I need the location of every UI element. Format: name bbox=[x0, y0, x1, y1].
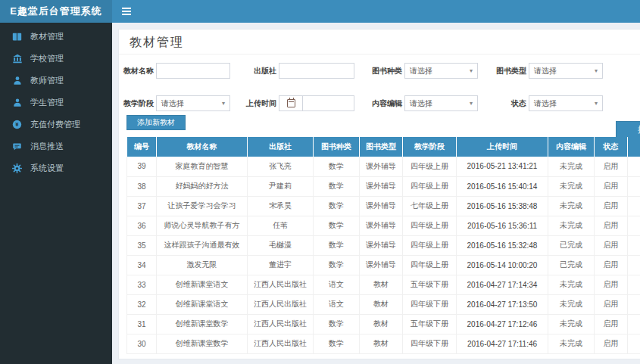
content-edit-select[interactable]: 请选择 ▾ bbox=[404, 95, 478, 111]
cell: 数学 bbox=[314, 334, 360, 353]
cell: 课外辅导 bbox=[360, 157, 403, 176]
cell: 教材 bbox=[360, 314, 403, 334]
table-row: 30创维新课堂数学江西人民出版社数学教材四年级下册2016-04-27 17:1… bbox=[127, 334, 640, 353]
cell: 七年级上册 bbox=[403, 196, 457, 216]
sidebar-item-label: 教材管理 bbox=[30, 31, 64, 42]
filter-book-category: 图书种类 请选择 ▾ bbox=[372, 63, 478, 79]
cell-actions bbox=[628, 334, 640, 353]
cell: 数学 bbox=[314, 157, 360, 176]
sidebar-item-label: 系统设置 bbox=[30, 163, 64, 174]
status-select[interactable]: 请选择 ▾ bbox=[529, 95, 603, 111]
select-value: 请选择 bbox=[534, 98, 557, 109]
filter-upload-time: 上传时间 bbox=[246, 95, 354, 111]
filter-label: 出版社 bbox=[246, 66, 276, 76]
sidebar-item-students[interactable]: 学生管理 bbox=[0, 92, 112, 114]
add-textbook-button[interactable]: 添加新教材 bbox=[126, 115, 186, 130]
textbook-table: 编号教材名称出版社图书种类图书类型教学阶段上传时间内容编辑状态39家庭教育的智慧… bbox=[126, 137, 640, 354]
table-row: 37让孩子爱学习会学习宋承昊数学课外辅导七年级上册2016-05-16 15:3… bbox=[127, 196, 640, 216]
search-button[interactable]: 搜索 bbox=[616, 121, 640, 138]
table-row: 36师说心灵导航教子有方任苇数学课外辅导四年级上册2016-05-16 15:3… bbox=[127, 216, 640, 235]
cell: 语文 bbox=[314, 294, 360, 314]
cell: 江西人民出版社 bbox=[248, 334, 314, 353]
cell-actions bbox=[628, 294, 640, 314]
cell: 2016-04-27 17:11:46 bbox=[457, 334, 548, 353]
cell: 启用 bbox=[595, 196, 628, 216]
cell: 四年级上册 bbox=[403, 176, 457, 196]
publisher-input[interactable] bbox=[279, 63, 354, 79]
cell: 2016-05-16 15:32:48 bbox=[457, 235, 548, 255]
sidebar-toggle-button[interactable] bbox=[112, 0, 141, 23]
cell: 课外辅导 bbox=[360, 255, 403, 275]
cell: 课外辅导 bbox=[360, 216, 403, 235]
cell: 师说心灵导航教子有方 bbox=[157, 216, 248, 235]
cell: 34 bbox=[127, 255, 157, 275]
cell: 39 bbox=[127, 157, 157, 176]
column-header: 内容编辑 bbox=[548, 137, 595, 157]
filter-teaching-stage: 教学阶段 请选择 ▾ bbox=[123, 95, 230, 111]
cell: 未完成 bbox=[548, 275, 595, 294]
sidebar-nav: 教材管理学校管理教师管理学生管理¥充值付费管理消息推送系统设置 bbox=[0, 23, 112, 364]
table-row: 32创维新课堂语文江西人民出版社语文教材四年级下册2016-04-27 17:1… bbox=[127, 294, 640, 314]
sidebar-item-teachers[interactable]: 教师管理 bbox=[0, 70, 112, 92]
book-category-select[interactable]: 请选择 ▾ bbox=[404, 63, 478, 79]
teacher-icon bbox=[11, 75, 23, 86]
sidebar-item-schools[interactable]: 学校管理 bbox=[0, 48, 112, 70]
cell: 尹建莉 bbox=[248, 176, 314, 196]
cell: 四年级下册 bbox=[403, 334, 457, 353]
cell: 课外辅导 bbox=[360, 196, 403, 216]
cell: 30 bbox=[127, 334, 157, 353]
cell: 38 bbox=[127, 176, 157, 196]
cell: 毛樾漫 bbox=[248, 235, 314, 255]
table-row: 35这样跟孩子沟通最有效毛樾漫数学课外辅导四年级上册2016-05-16 15:… bbox=[127, 235, 640, 255]
cell: 江西人民出版社 bbox=[248, 314, 314, 334]
cell: 32 bbox=[127, 294, 157, 314]
textbook-name-input[interactable] bbox=[156, 63, 230, 79]
filter-label: 上传时间 bbox=[246, 98, 276, 109]
select-value: 请选择 bbox=[534, 66, 557, 76]
cell: 启用 bbox=[595, 294, 628, 314]
column-header: 图书种类 bbox=[314, 137, 360, 157]
cell: 数学 bbox=[314, 176, 360, 196]
cell: 启用 bbox=[595, 334, 628, 353]
sidebar-item-payments[interactable]: ¥充值付费管理 bbox=[0, 114, 112, 135]
column-header: 教材名称 bbox=[157, 137, 248, 157]
sidebar-item-settings[interactable]: 系统设置 bbox=[0, 157, 112, 179]
filter-label: 图书类型 bbox=[496, 66, 526, 76]
chevron-down-icon: ▾ bbox=[470, 100, 473, 107]
cell: 33 bbox=[127, 275, 157, 294]
cell: 2016-04-27 17:14:34 bbox=[457, 275, 548, 294]
app-logo[interactable]: E趣堂后台管理系统 bbox=[0, 0, 112, 23]
filter-label: 教材名称 bbox=[123, 66, 154, 76]
filter-label: 状态 bbox=[496, 98, 526, 109]
book-type-select[interactable]: 请选择 ▾ bbox=[529, 63, 603, 79]
teaching-stage-select[interactable]: 请选择 ▾ bbox=[156, 95, 230, 111]
student-icon bbox=[11, 97, 23, 108]
sidebar-item-messages[interactable]: 消息推送 bbox=[0, 135, 112, 157]
cell-actions bbox=[628, 255, 640, 275]
column-header bbox=[628, 137, 640, 157]
cell: 36 bbox=[127, 216, 157, 235]
cell: 任苇 bbox=[248, 216, 314, 235]
cell: 未完成 bbox=[548, 157, 595, 176]
cell: 启用 bbox=[595, 216, 628, 235]
filter-status: 状态 请选择 ▾ bbox=[496, 95, 603, 111]
upload-date-input[interactable] bbox=[302, 95, 354, 111]
cell: 启用 bbox=[595, 157, 628, 176]
cell: 课外辅导 bbox=[360, 235, 403, 255]
cell: 创维新课堂语文 bbox=[157, 275, 248, 294]
cell: 已完成 bbox=[548, 255, 595, 275]
chevron-down-icon: ▾ bbox=[595, 100, 598, 107]
filter-publisher: 出版社 bbox=[246, 63, 354, 79]
sidebar-item-label: 消息推送 bbox=[30, 141, 64, 152]
select-value: 请选择 bbox=[410, 98, 432, 109]
cell: 董进宇 bbox=[248, 255, 314, 275]
cell: 数学 bbox=[314, 255, 360, 275]
cell: 未完成 bbox=[548, 314, 595, 334]
column-header: 教学阶段 bbox=[403, 137, 457, 157]
cell: 未完成 bbox=[548, 294, 595, 314]
sidebar-item-textbooks[interactable]: 教材管理 bbox=[0, 26, 112, 48]
column-header: 编号 bbox=[127, 137, 157, 157]
filter-form: 教材名称 出版社 图书种类 请选择 ▾ 图书类型 请选择 ▾ bbox=[119, 55, 640, 113]
calendar-addon[interactable] bbox=[279, 95, 302, 111]
cell: 2016-05-21 13:41:21 bbox=[457, 157, 548, 176]
